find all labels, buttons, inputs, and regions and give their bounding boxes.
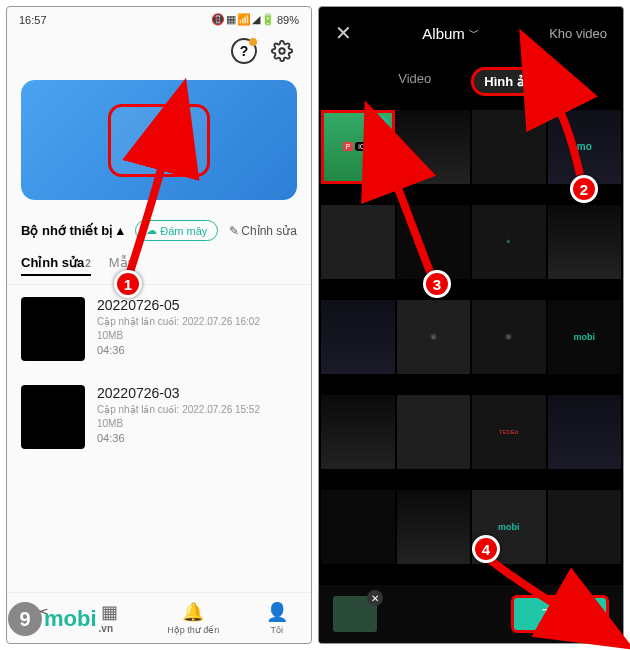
edit-link[interactable]: ✎Chỉnh sửa [229,224,297,238]
new-project-button[interactable]: + Dự án mới [108,104,211,177]
gallery-item[interactable] [321,395,395,469]
status-icons: 📵 ▦ 📶 ◢ 🔋 89% [211,13,299,26]
watermark-brand: mobi [44,606,97,632]
project-thumbnail [21,297,85,361]
nav-inbox[interactable]: 🔔 Hộp thư đến [167,601,219,635]
gallery-item[interactable] [397,490,471,564]
status-time: 16:57 [19,14,47,26]
gallery-item[interactable] [548,205,622,279]
gallery-item[interactable] [321,205,395,279]
add-button[interactable]: Thêm [511,595,609,633]
caret-up-icon: ▴ [117,223,124,238]
project-size: 10MB [97,330,260,341]
selection-strip: ✕ Thêm [319,585,623,643]
project-updated: Cập nhật lần cuối: 2022.07.26 15:52 [97,404,260,415]
svg-point-0 [279,48,285,54]
gallery-item[interactable] [397,205,471,279]
selected-thumbnail[interactable]: ✕ [333,596,377,632]
gallery-item[interactable]: TEDEd [472,395,546,469]
project-duration: 04:36 [97,432,260,444]
gallery-item[interactable]: ◉ [397,300,471,374]
gallery-item[interactable] [548,395,622,469]
step-badge-2: 2 [570,175,598,203]
cloud-button[interactable]: ☁Đám mây [135,220,218,241]
gallery-item[interactable]: ⌖ [472,205,546,279]
step-badge-4: 4 [472,535,500,563]
close-icon[interactable]: ✕ [335,21,352,45]
cloud-icon: ☁ [146,224,157,237]
chevron-down-icon: ﹀ [469,26,479,40]
project-item[interactable]: 20220726-03 Cập nhật lần cuối: 2022.07.2… [7,373,311,461]
left-phone-screen: 16:57 📵 ▦ 📶 ◢ 🔋 89% ? + Dự án mới Bộ nhớ… [6,6,312,644]
storage-label[interactable]: Bộ nhớ thiết bị▴ [21,223,124,238]
new-project-label: Dự án mới [129,149,190,164]
status-bar: 16:57 📵 ▦ 📶 ◢ 🔋 89% [7,7,311,32]
nav-me[interactable]: 👤 Tôi [266,601,288,635]
gallery-item[interactable] [321,490,395,564]
right-phone-screen: ✕ Album﹀ Kho video Video Hình ảnh P iOS … [318,6,624,644]
gallery-item[interactable] [548,490,622,564]
watermark: 9 mobi .vn [8,602,113,636]
selection-badge: 1 [373,116,389,132]
gallery-item[interactable] [397,110,471,184]
project-list: 20220726-05 Cập nhật lần cuối: 2022.07.2… [7,285,311,592]
remove-selection-icon[interactable]: ✕ [367,590,383,606]
watermark-nine: 9 [8,602,42,636]
step-badge-3: 3 [423,270,451,298]
new-project-card: + Dự án mới [21,80,297,200]
plus-icon: + [151,117,167,145]
album-dropdown[interactable]: Album﹀ [422,25,479,42]
project-name: 20220726-05 [97,297,260,313]
gallery-item-selected[interactable]: P iOS 1 [321,110,395,184]
project-item[interactable]: 20220726-05 Cập nhật lần cuối: 2022.07.2… [7,285,311,373]
project-updated: Cập nhật lần cuối: 2022.07.26 16:02 [97,316,260,327]
gallery-item[interactable] [397,395,471,469]
bell-icon: 🔔 [182,601,204,623]
watermark-suffix: .vn [99,623,113,634]
step-badge-1: 1 [114,270,142,298]
project-thumbnail [21,385,85,449]
gallery-item[interactable]: mobi [548,300,622,374]
tab-image[interactable]: Hình ảnh [471,67,553,96]
help-icon[interactable]: ? [231,38,257,64]
battery-percent: 89% [277,14,299,26]
settings-icon[interactable] [269,38,295,64]
gallery-item[interactable] [321,300,395,374]
person-icon: 👤 [266,601,288,623]
gallery-item[interactable]: ◉ [472,300,546,374]
tab-edit[interactable]: Chỉnh sửa2 [21,255,91,276]
tab-video[interactable]: Video [388,67,441,96]
gallery-item[interactable] [472,110,546,184]
pencil-icon: ✎ [229,224,239,238]
project-name: 20220726-03 [97,385,260,401]
gallery-item[interactable]: mo [548,110,622,184]
project-duration: 04:36 [97,344,260,356]
stock-video-link[interactable]: Kho video [549,26,607,41]
project-size: 10MB [97,418,260,429]
